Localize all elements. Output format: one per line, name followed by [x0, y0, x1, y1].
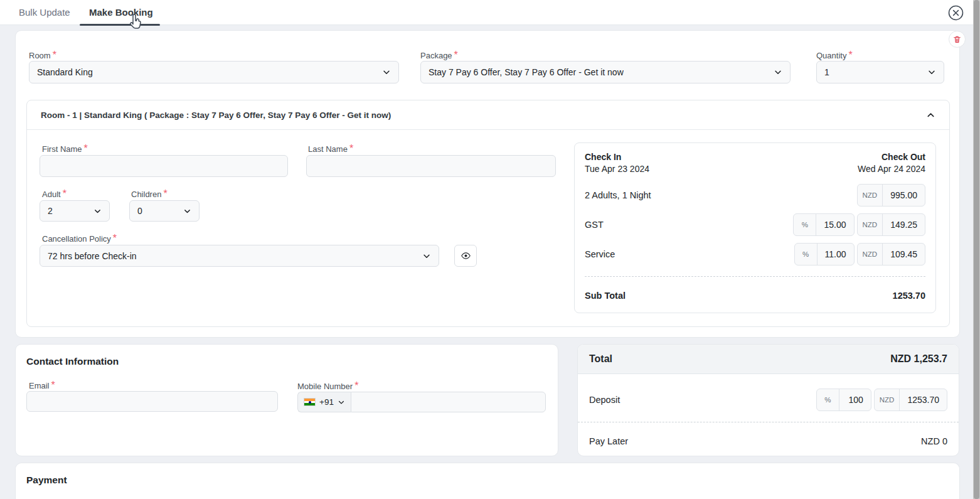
- view-policy-button[interactable]: [454, 245, 477, 267]
- deposit-row: Deposit % 100 NZD 1253.70: [578, 389, 959, 411]
- package-field-label: Package*: [420, 50, 458, 61]
- chevron-up-icon: [926, 110, 935, 120]
- room-rate-row: 2 Adults, 1 Night NZD 995.00: [585, 184, 925, 207]
- quantity-select-value: 1: [824, 67, 829, 77]
- check-out-date: Wed Apr 24 2024: [858, 164, 925, 174]
- room-accordion-header[interactable]: Room - 1 | Standard King ( Package : Sta…: [27, 100, 949, 130]
- tab-bulk-update[interactable]: Bulk Update: [19, 0, 70, 25]
- gst-amount-box: NZD 149.25: [857, 213, 925, 236]
- room-rate-amount-box: NZD 995.00: [857, 184, 925, 207]
- deposit-percent-box: % 100: [816, 389, 871, 411]
- summary-divider: [585, 276, 925, 277]
- deposit-amount-box: NZD 1253.70: [874, 389, 947, 411]
- pay-later-amount: NZD 0: [921, 436, 947, 446]
- room-select[interactable]: Standard King: [29, 61, 399, 83]
- quantity-select[interactable]: 1: [816, 61, 944, 83]
- required-asterisk: *: [53, 50, 56, 60]
- tab-make-booking[interactable]: Make Booking: [89, 0, 153, 25]
- adult-select[interactable]: 2: [40, 200, 110, 222]
- cancellation-policy-value: 72 hrs before Check-in: [48, 251, 137, 261]
- scrollbar-thumb[interactable]: [974, 0, 979, 499]
- payment-title: Payment: [26, 475, 67, 486]
- service-percent-value[interactable]: 11.00: [818, 244, 854, 265]
- tab-bar: Bulk Update Make Booking: [0, 0, 980, 25]
- room-accordion: Room - 1 | Standard King ( Package : Sta…: [26, 100, 950, 327]
- mobile-number-input[interactable]: [351, 392, 546, 412]
- required-asterisk: *: [354, 380, 358, 391]
- total-header: Total NZD 1,253.7: [578, 345, 959, 374]
- payment-card: Payment: [15, 463, 960, 499]
- room-rate-amount[interactable]: 995.00: [883, 185, 925, 206]
- cancellation-policy-label: Cancellation Policy*: [42, 233, 117, 244]
- dial-code-select[interactable]: +91: [297, 392, 351, 412]
- service-label: Service: [585, 249, 615, 259]
- occupancy-text: 2 Adults, 1 Night: [585, 190, 651, 200]
- sub-total-label: Sub Total: [585, 291, 626, 301]
- service-amount-value[interactable]: 109.45: [883, 244, 925, 265]
- package-select[interactable]: Stay 7 Pay 6 Offer, Stay 7 Pay 6 Offer -…: [420, 61, 791, 83]
- delete-room-button[interactable]: [949, 31, 966, 48]
- room-accordion-title: Room - 1 | Standard King ( Package : Sta…: [41, 110, 391, 120]
- contact-information-card: Contact Information Email* Mobile Number…: [15, 344, 558, 456]
- required-asterisk: *: [84, 143, 88, 154]
- required-asterisk: *: [848, 50, 852, 60]
- sub-total-amount: 1253.70: [893, 291, 925, 301]
- room-field-label: Room*: [29, 50, 56, 61]
- check-in-block: Check In Tue Apr 23 2024: [585, 152, 649, 174]
- booking-card: Room* Standard King Package* Stay 7 Pay …: [15, 30, 960, 338]
- price-summary-panel: Check In Tue Apr 23 2024 Check Out Wed A…: [574, 142, 936, 313]
- chevron-down-icon: [382, 68, 391, 77]
- chevron-down-icon: [422, 252, 431, 260]
- required-asterisk: *: [113, 233, 117, 244]
- children-select[interactable]: 0: [129, 200, 200, 222]
- gst-label: GST: [585, 220, 604, 230]
- percent-unit: %: [795, 244, 818, 265]
- currency-unit: NZD: [875, 389, 900, 410]
- required-asterisk: *: [349, 143, 353, 154]
- email-input[interactable]: [26, 391, 278, 412]
- eye-icon: [461, 250, 471, 261]
- quantity-field-label: Quantity*: [816, 50, 853, 61]
- service-percent-box: % 11.00: [794, 243, 855, 266]
- check-out-label: Check Out: [858, 152, 925, 162]
- deposit-amount-value[interactable]: 1253.70: [900, 389, 947, 410]
- gst-amount-value[interactable]: 149.25: [883, 214, 925, 235]
- sub-total-row: Sub Total 1253.70: [585, 291, 925, 301]
- pay-later-row: Pay Later NZD 0: [578, 436, 959, 446]
- room-select-value: Standard King: [37, 67, 93, 77]
- adult-field-label: Adult*: [42, 188, 67, 200]
- first-name-label: First Name*: [42, 143, 88, 154]
- room-accordion-body: First Name* Last Name* Adult* 2 Children…: [27, 130, 949, 327]
- gst-percent-value[interactable]: 15.00: [816, 214, 853, 235]
- last-name-input[interactable]: [306, 155, 556, 177]
- chevron-down-icon: [93, 207, 102, 215]
- contact-information-title: Contact Information: [26, 356, 119, 367]
- percent-unit: %: [794, 214, 816, 235]
- check-in-label: Check In: [585, 152, 649, 162]
- currency-unit: NZD: [858, 244, 883, 265]
- currency-unit: NZD: [858, 185, 883, 206]
- chevron-down-icon: [927, 68, 936, 77]
- percent-unit: %: [817, 389, 839, 410]
- children-select-value: 0: [137, 206, 142, 216]
- deposit-percent-value[interactable]: 100: [839, 389, 871, 410]
- email-field-label: Email*: [29, 380, 55, 391]
- total-title: Total: [589, 353, 612, 365]
- make-booking-screen: Bulk Update Make Booking Room* Standard …: [0, 0, 980, 499]
- scrollbar-track[interactable]: [973, 0, 980, 499]
- circled-x-icon: [947, 4, 964, 21]
- service-row: Service % 11.00 NZD 109.45: [585, 243, 925, 266]
- trash-icon: [953, 35, 961, 43]
- cancellation-policy-select[interactable]: 72 hrs before Check-in: [40, 245, 439, 267]
- last-name-label: Last Name*: [308, 143, 353, 154]
- adult-select-value: 2: [48, 206, 53, 216]
- gst-row: GST % 15.00 NZD 149.25: [585, 213, 925, 236]
- gst-percent-box: % 15.00: [793, 213, 854, 236]
- required-asterisk: *: [163, 188, 167, 199]
- check-in-date: Tue Apr 23 2024: [585, 164, 649, 174]
- required-asterisk: *: [63, 188, 67, 199]
- chevron-down-icon: [183, 207, 191, 215]
- pay-later-label: Pay Later: [589, 436, 628, 446]
- first-name-input[interactable]: [40, 155, 288, 177]
- close-button[interactable]: [945, 2, 966, 23]
